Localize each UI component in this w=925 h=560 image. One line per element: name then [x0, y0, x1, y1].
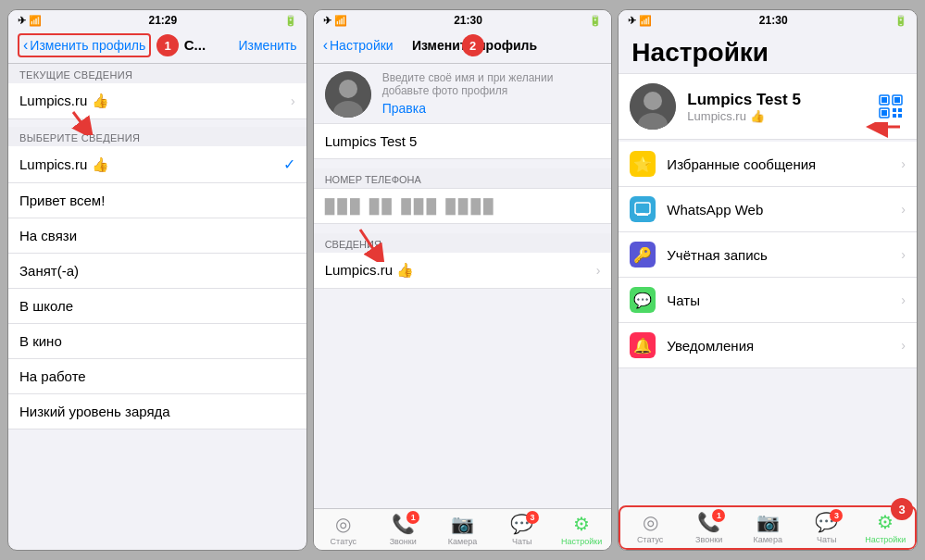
screen1-arrow1: [64, 107, 110, 135]
settings-item-account[interactable]: 🔑 Учётная запись ›: [619, 232, 917, 278]
tab2-chats-badge: 3: [526, 511, 539, 524]
screen2-content: Введите своё имя и при желании добавьте …: [314, 64, 612, 508]
screen1-back-label: Изменить профиль: [30, 38, 145, 53]
tab2-status-icon: ◎: [335, 513, 351, 535]
list-item-5-label: В кино: [19, 333, 62, 349]
list-item-3-label: Занят(-а): [19, 263, 79, 279]
screen2-info-item[interactable]: Lumpics.ru 👍 ›: [314, 253, 612, 289]
svg-rect-14: [893, 108, 896, 112]
screen2-profile-area: Введите своё имя и при желании добавьте …: [314, 64, 612, 123]
account-icon: 🔑: [630, 242, 656, 268]
chats-icon: 💬: [630, 287, 656, 313]
screen3-profile-name: Lumpics Test 5: [687, 91, 865, 109]
screen1-signal: ✈ 📶: [18, 15, 42, 27]
tab3-camera[interactable]: 📷 Камера: [738, 511, 797, 544]
screen3-profile-status: Lumpics.ru 👍: [687, 109, 865, 123]
screen1-back-button[interactable]: ‹ Изменить профиль: [18, 33, 151, 57]
screen1-annotation: 1: [156, 34, 179, 56]
screen1-nav-action[interactable]: Изменить: [239, 38, 297, 53]
screen1-time: 21:29: [149, 14, 178, 27]
screen2-hint: Введите своё имя и при желании добавьте …: [382, 71, 601, 97]
list-item-3[interactable]: Занят(-а): [8, 254, 306, 289]
screen2-tab-bar: ◎ Статус 📞 Звонки 1 📷 Камера 💬 Чаты 3 ⚙ …: [314, 508, 612, 550]
settings-item-notifications[interactable]: 🔔 Уведомления ›: [619, 323, 917, 368]
settings-item-starred-label: Избранные сообщения: [667, 156, 816, 172]
list-item-6-label: На работе: [19, 368, 86, 384]
list-item-0[interactable]: Lumpics.ru 👍 ✓: [8, 146, 306, 183]
list-item-4-label: В школе: [19, 298, 73, 314]
list-item-5[interactable]: В кино: [8, 324, 306, 359]
tab3-chats[interactable]: 💬 Чаты 3: [797, 511, 856, 544]
svg-point-6: [644, 92, 662, 110]
screen2-status-bar: ✈ 📶 21:30 🔋: [314, 10, 612, 29]
tab3-status-icon: ◎: [643, 511, 658, 533]
screen3-title: Настройки: [619, 29, 917, 73]
screen1-nav-center: С...: [184, 37, 206, 53]
list-item-7[interactable]: Низкий уровень заряда: [8, 394, 306, 429]
tab3-chats-label: Чаты: [817, 535, 836, 544]
screen3-content: Настройки Lumpics Test 5 Lumpics.ru 👍: [619, 29, 917, 505]
settings-item-whatsapp-web[interactable]: WhatsApp Web ›: [619, 187, 917, 232]
svg-rect-17: [898, 114, 902, 118]
screen3: ✈ 📶 21:30 🔋 Настройки Lumpics Test 5 Lu: [618, 9, 918, 551]
screen1-battery: 🔋: [284, 15, 297, 27]
settings-item-whatsapp-web-chevron: ›: [901, 202, 906, 217]
tab2-calls[interactable]: 📞 Звонки 1: [373, 513, 432, 546]
list-item-1-label: Привет всем!: [19, 193, 105, 208]
screen2-back-button[interactable]: ‹ Настройки: [323, 37, 394, 54]
screen3-profile-section[interactable]: Lumpics Test 5 Lumpics.ru 👍: [619, 73, 917, 140]
tab2-chats[interactable]: 💬 Чаты 3: [493, 513, 552, 546]
screen2-avatar: [325, 71, 371, 118]
tab3-chats-badge: 3: [830, 509, 843, 522]
tab2-settings-label: Настройки: [561, 537, 602, 546]
screen2-annotation: 2: [462, 34, 484, 56]
list-item-4[interactable]: В школе: [8, 289, 306, 324]
list-item-2-label: На связи: [19, 228, 77, 243]
screen3-tab-bar-wrapper: 3 ◎ Статус 📞 Звонки 1 📷 Камера 💬: [619, 505, 917, 550]
qr-icon[interactable]: [876, 92, 906, 121]
screen2-info-value: Lumpics.ru 👍: [325, 262, 415, 279]
settings-item-notifications-label: Уведомления: [667, 338, 754, 354]
screen1-current-chevron: ›: [291, 93, 295, 108]
tab2-camera[interactable]: 📷 Камера: [432, 513, 492, 546]
tab2-settings[interactable]: ⚙ Настройки: [552, 513, 611, 546]
screen3-status-bar: ✈ 📶 21:30 🔋: [619, 10, 917, 29]
screen2-section-phone: НОМЕР ТЕЛЕФОНА: [314, 168, 612, 188]
screen3-tab-bar: ◎ Статус 📞 Звонки 1 📷 Камера 💬 Чаты 3: [619, 505, 917, 550]
svg-rect-16: [893, 114, 896, 118]
screen2-name-field[interactable]: Lumpics Test 5: [314, 123, 612, 159]
tab3-status-label: Статус: [637, 535, 663, 544]
svg-rect-15: [898, 108, 902, 112]
list-item-1[interactable]: Привет всем!: [8, 183, 306, 218]
screen2-arrow: [351, 225, 406, 262]
tab3-calls[interactable]: 📞 Звонки 1: [680, 511, 739, 544]
screen3-signal: ✈ 📶: [628, 15, 652, 27]
screen1-section-choose: ВЫБЕРИТЕ СВЕДЕНИЯ: [8, 127, 306, 146]
screen2-battery: 🔋: [589, 15, 602, 27]
screen1-current-item[interactable]: Lumpics.ru 👍 ›: [8, 83, 306, 119]
tab3-status[interactable]: ◎ Статус: [620, 511, 680, 544]
screen2-info-chevron: ›: [596, 263, 601, 278]
svg-rect-11: [894, 97, 900, 103]
svg-rect-21: [640, 213, 645, 215]
screen3-arrow: [863, 122, 909, 150]
tab2-camera-label: Камера: [448, 537, 477, 546]
tab2-status[interactable]: ◎ Статус: [314, 513, 373, 546]
screen2-edit-link[interactable]: Правка: [382, 97, 601, 119]
tab2-status-label: Статус: [331, 537, 356, 546]
settings-item-account-chevron: ›: [901, 247, 906, 262]
svg-point-2: [339, 80, 357, 98]
screen3-menu: ⭐ Избранные сообщения › WhatsApp Web ›: [619, 142, 917, 368]
tab2-calls-badge: 1: [406, 511, 419, 524]
notifications-icon: 🔔: [630, 332, 656, 358]
screen1-section-current: ТЕКУЩИЕ СВЕДЕНИЯ: [8, 64, 306, 83]
screen2-edit-hints: Введите своё имя и при желании добавьте …: [382, 71, 601, 119]
screen3-battery: 🔋: [894, 15, 907, 27]
list-item-2[interactable]: На связи: [8, 218, 306, 254]
screen3-profile-info: Lumpics Test 5 Lumpics.ru 👍: [687, 91, 865, 123]
list-item-7-label: Низкий уровень заряда: [19, 404, 170, 419]
screen2-signal: ✈ 📶: [323, 15, 347, 27]
settings-item-chats-label: Чаты: [667, 292, 700, 308]
settings-item-chats[interactable]: 💬 Чаты ›: [619, 278, 917, 323]
list-item-6[interactable]: На работе: [8, 359, 306, 394]
